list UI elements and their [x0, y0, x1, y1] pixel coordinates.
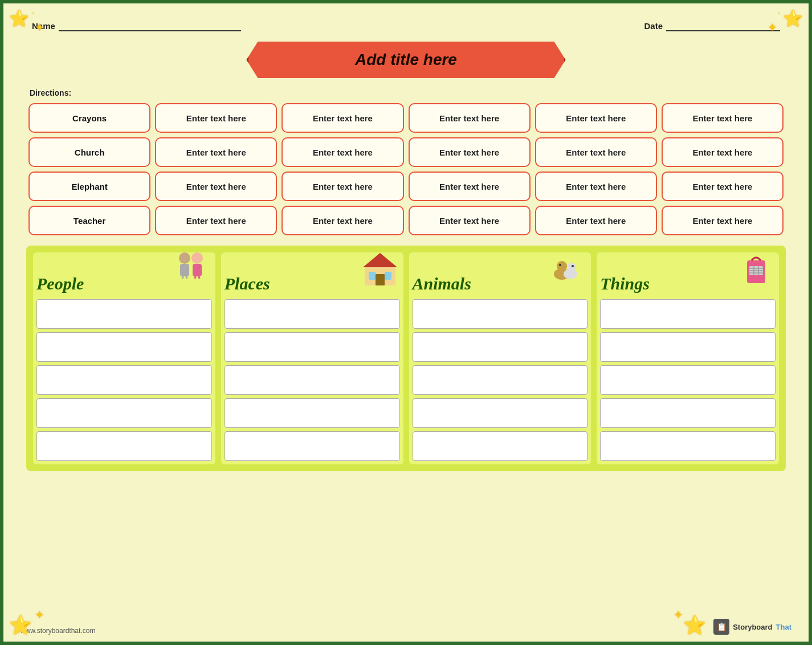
svg-rect-11	[385, 272, 391, 280]
grid-cell-r1-c1[interactable]: Enter text here	[155, 137, 277, 167]
category-input-places-2[interactable]	[225, 365, 400, 395]
grid-cell-r3-c1[interactable]: Enter text here	[155, 206, 277, 235]
category-input-people-4[interactable]	[36, 431, 212, 461]
star-decoration-tl2: ✦	[35, 21, 44, 34]
category-col-people: People	[33, 252, 215, 464]
word-grid: CrayonsEnter text hereEnter text hereEnt…	[26, 103, 786, 235]
category-input-animals-0[interactable]	[413, 299, 588, 329]
grid-cell-r2-c2[interactable]: Enter text here	[281, 172, 403, 201]
category-input-places-4[interactable]	[225, 431, 400, 461]
category-input-things-1[interactable]	[600, 332, 776, 362]
date-label: Date	[644, 21, 663, 31]
title-banner[interactable]: Add title here	[247, 42, 566, 78]
svg-point-0	[179, 252, 190, 264]
grid-cell-r1-c3[interactable]: Enter text here	[409, 137, 531, 167]
grid-word-r3: Teacher	[28, 206, 150, 235]
svg-rect-1	[180, 264, 189, 276]
category-title-people: People	[36, 274, 84, 293]
grid-cell-r0-c4[interactable]: Enter text here	[535, 103, 657, 133]
category-input-people-0[interactable]	[36, 299, 212, 329]
grid-cell-r3-c3[interactable]: Enter text here	[409, 206, 531, 235]
category-header-things: Things	[600, 256, 776, 296]
date-field: Date	[644, 21, 780, 31]
category-input-animals-1[interactable]	[413, 332, 588, 362]
svg-point-17	[567, 263, 576, 272]
svg-rect-10	[369, 272, 376, 280]
grid-cell-r2-c1[interactable]: Enter text here	[155, 172, 277, 201]
logo-text-story: Storyboard	[733, 623, 772, 631]
svg-rect-3	[193, 264, 202, 276]
grid-cell-r3-c4[interactable]: Enter text here	[535, 206, 657, 235]
grid-cell-r1-c5[interactable]: Enter text here	[662, 137, 784, 167]
category-header-animals: Animals	[413, 256, 588, 296]
category-input-people-1[interactable]	[36, 332, 212, 362]
category-header-places: Places	[225, 256, 400, 296]
star-decoration-bl1: ⭐	[9, 614, 32, 636]
grid-cell-r2-c4[interactable]: Enter text here	[535, 172, 657, 201]
category-input-people-2[interactable]	[36, 365, 212, 395]
svg-marker-9	[363, 253, 397, 267]
category-col-things: Things	[597, 252, 779, 464]
category-input-animals-3[interactable]	[413, 398, 588, 428]
name-line	[59, 21, 241, 31]
category-input-people-3[interactable]	[36, 398, 212, 428]
category-input-places-1[interactable]	[225, 332, 400, 362]
category-col-animals: Animals	[409, 252, 591, 464]
grid-cell-r0-c3[interactable]: Enter text here	[409, 103, 531, 133]
svg-point-2	[191, 252, 203, 264]
category-title-animals: Animals	[413, 274, 471, 293]
banner-title: Add title here	[355, 51, 457, 68]
category-input-animals-4[interactable]	[413, 431, 588, 461]
date-line	[666, 21, 780, 31]
category-input-places-3[interactable]	[225, 398, 400, 428]
category-input-things-4[interactable]	[600, 431, 776, 461]
star-decoration-tl3: ·	[32, 8, 34, 17]
svg-point-14	[557, 261, 567, 271]
grid-cell-r1-c4[interactable]: Enter text here	[535, 137, 657, 167]
logo-text-that: That	[776, 623, 791, 631]
grid-cell-r3-c5[interactable]: Enter text here	[662, 206, 784, 235]
star-decoration-tr3: ·	[778, 8, 780, 17]
grid-cell-r0-c2[interactable]: Enter text here	[281, 103, 403, 133]
grid-cell-r0-c1[interactable]: Enter text here	[155, 103, 277, 133]
banner-container: Add title here	[26, 42, 786, 78]
grid-cell-r2-c3[interactable]: Enter text here	[409, 172, 531, 201]
category-col-places: Places	[221, 252, 403, 464]
category-input-places-0[interactable]	[225, 299, 400, 329]
grid-cell-r3-c2[interactable]: Enter text here	[281, 206, 403, 235]
worksheet-page: ⭐ ✦ · ⭐ ✦ · ⭐ ✦ ⭐ ✦ Name Date Add title …	[0, 0, 812, 645]
footer-logo: 📋 StoryboardThat	[713, 619, 791, 635]
grid-cell-r0-c5[interactable]: Enter text here	[662, 103, 784, 133]
category-input-animals-2[interactable]	[413, 365, 588, 395]
directions-label: Directions:	[26, 88, 786, 97]
category-title-places: Places	[225, 274, 270, 293]
grid-cell-r1-c2[interactable]: Enter text here	[281, 137, 403, 167]
star-decoration-bl2: ✦	[35, 608, 44, 622]
star-decoration-tl1: ⭐	[9, 9, 29, 28]
svg-rect-12	[376, 274, 385, 285]
category-title-things: Things	[600, 274, 650, 293]
svg-point-15	[559, 264, 561, 266]
star-decoration-br2: ✦	[674, 608, 683, 622]
star-decoration-tr2: ✦	[768, 21, 777, 34]
category-header-people: People	[36, 256, 212, 296]
grid-word-r0: Crayons	[28, 103, 150, 133]
header-row: Name Date	[26, 21, 786, 31]
grid-cell-r2-c5[interactable]: Enter text here	[662, 172, 784, 201]
logo-icon: 📋	[713, 619, 729, 635]
category-input-things-2[interactable]	[600, 365, 776, 395]
name-field: Name	[32, 21, 241, 31]
grid-word-r2: Elephant	[28, 172, 150, 201]
star-decoration-br1: ⭐	[683, 614, 706, 636]
category-input-things-0[interactable]	[600, 299, 776, 329]
svg-point-18	[572, 265, 574, 267]
category-input-things-3[interactable]	[600, 398, 776, 428]
star-decoration-tr1: ⭐	[783, 9, 803, 28]
grid-word-r1: Church	[28, 137, 150, 167]
categories-section: People Places Animals Things	[26, 246, 786, 471]
